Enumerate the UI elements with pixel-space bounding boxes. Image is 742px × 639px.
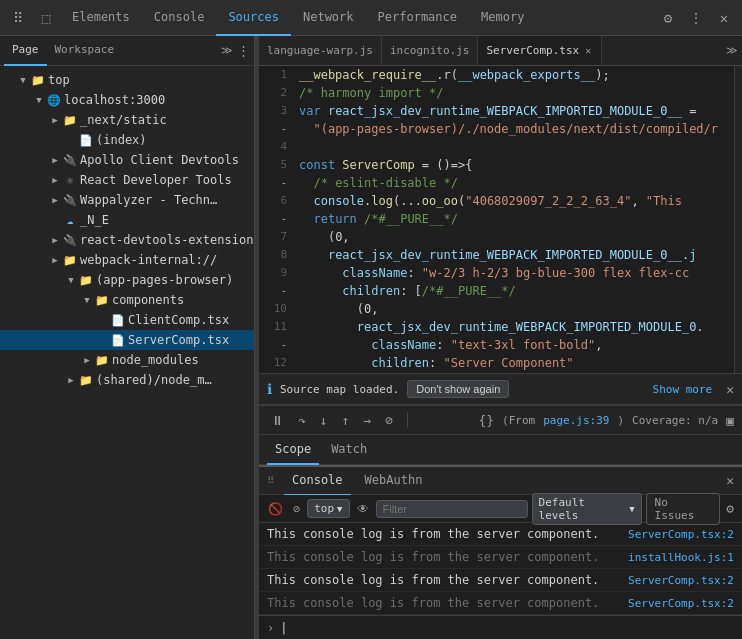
code-content: children: [/*#__PURE__*/ [299, 282, 742, 300]
tab-memory[interactable]: Memory [469, 0, 536, 36]
file-tab-servercomp[interactable]: ServerComp.tsx ✕ [478, 36, 602, 66]
tab-webauthn[interactable]: WebAuthn [357, 466, 431, 496]
message-link[interactable]: installHook.js:1 [628, 551, 734, 564]
line-number: - [259, 120, 299, 138]
clear-console-button[interactable]: 🚫 [265, 500, 286, 518]
pause-button[interactable]: ⏸ [267, 411, 288, 430]
left-dots-icon[interactable]: ⋮ [237, 43, 250, 58]
tree-arrow: ▶ [48, 153, 62, 167]
tree-item-react-devtools-ext[interactable]: ▶ 🔌 react-devtools-extensions [0, 230, 254, 250]
tab-console-bottom[interactable]: Console [284, 466, 351, 496]
tab-workspace[interactable]: Workspace [47, 36, 123, 66]
plugin-icon: ⚛ [62, 172, 78, 188]
code-line-11: 11 react_jsx_dev_runtime_WEBPACK_IMPORTE… [259, 318, 742, 336]
tree-item-top[interactable]: ▼ 📁 top [0, 70, 254, 90]
code-editor[interactable]: 1 __webpack_require__.r(__webpack_export… [259, 66, 742, 373]
folder-icon: 📁 [78, 272, 94, 288]
more-icon[interactable]: ⋮ [682, 0, 710, 36]
tree-item-webpack[interactable]: ▶ 📁 webpack-internal:// [0, 250, 254, 270]
tab-elements[interactable]: Elements [60, 0, 142, 36]
code-content: "(app-pages-browser)/./node_modules/next… [299, 120, 742, 138]
settings-icon[interactable]: ⚙ [654, 0, 682, 36]
close-console-icon[interactable]: ✕ [726, 473, 734, 488]
tab-performance[interactable]: Performance [366, 0, 469, 36]
source-link[interactable]: page.js:39 [543, 414, 609, 427]
console-cursor[interactable]: | [280, 621, 287, 635]
close-info-icon[interactable]: ✕ [726, 382, 734, 397]
dock-icon[interactable]: ⬚ [32, 0, 60, 36]
tree-item-shared-node-modules[interactable]: ▶ 📁 (shared)/node_modules [0, 370, 254, 390]
message-link[interactable]: ServerComp.tsx:2 [628, 528, 734, 541]
line-number: 10 [259, 300, 299, 318]
code-line-3b: - "(app-pages-browser)/./node_modules/ne… [259, 120, 742, 138]
globe-icon: 🌐 [46, 92, 62, 108]
tree-item-app-pages[interactable]: ▼ 📁 (app-pages-browser) [0, 270, 254, 290]
console-message-1: This console log is from the server comp… [259, 523, 742, 546]
close-tab-icon[interactable]: ✕ [583, 44, 593, 57]
tree-item-index[interactable]: 📄 (index) [0, 130, 254, 150]
tab-network[interactable]: Network [291, 0, 366, 36]
tab-page[interactable]: Page [4, 36, 47, 66]
tree-label: Wappalyzer - Technology p [80, 193, 220, 207]
scroll-bar[interactable] [734, 66, 742, 373]
tree-item-wappalyzer[interactable]: ▶ 🔌 Wappalyzer - Technology p [0, 190, 254, 210]
filter-toggle-button[interactable]: ⊘ [290, 500, 303, 518]
tree-item-apollo[interactable]: ▶ 🔌 Apollo Client Devtools [0, 150, 254, 170]
file-tab-label: ServerComp.tsx [486, 44, 579, 57]
tree-item-components[interactable]: ▼ 📁 components [0, 290, 254, 310]
tree-item-ne[interactable]: ☁ _N_E [0, 210, 254, 230]
tree-arrow: ▶ [48, 173, 62, 187]
tree-arrow-empty [96, 313, 110, 327]
console-filter-input[interactable] [376, 500, 528, 518]
step-button[interactable]: → [359, 411, 375, 430]
tree-item-servercomp[interactable]: 📄 ServerComp.tsx [0, 330, 254, 350]
info-icon: ℹ [267, 381, 272, 397]
show-more-link[interactable]: Show more [653, 383, 713, 396]
tree-item-react[interactable]: ▶ ⚛ React Developer Tools [0, 170, 254, 190]
tree-label: Apollo Client Devtools [80, 153, 239, 167]
tab-watch[interactable]: Watch [323, 435, 375, 465]
context-selector[interactable]: top ▼ [307, 499, 349, 518]
dont-show-again-button[interactable]: Don't show again [407, 380, 509, 398]
eye-icon[interactable]: 👁 [354, 500, 372, 518]
line-number: 6 [259, 192, 299, 210]
tab-scope[interactable]: Scope [267, 435, 319, 465]
line-number: 5 [259, 156, 299, 174]
tree-arrow: ▶ [48, 233, 62, 247]
code-content: react_jsx_dev_runtime_WEBPACK_IMPORTED_M… [299, 318, 742, 336]
step-over-button[interactable]: ↷ [294, 411, 310, 430]
code-content: /* harmony import */ [299, 84, 742, 102]
close-devtools-icon[interactable]: ✕ [710, 0, 738, 36]
tree-arrow-empty [64, 133, 78, 147]
levels-dropdown[interactable]: Default levels ▼ [532, 493, 642, 525]
message-link[interactable]: ServerComp.tsx:2 [628, 574, 734, 587]
devtools-icon[interactable]: ⠿ [4, 0, 32, 36]
tree-arrow-empty [96, 333, 110, 347]
coverage-icon[interactable]: ▣ [726, 413, 734, 428]
code-line-7: 7 (0, [259, 228, 742, 246]
deactivate-breakpoints-button[interactable]: ⊘ [381, 411, 397, 430]
message-link[interactable]: ServerComp.tsx:2 [628, 597, 734, 610]
tree-item-localhost[interactable]: ▼ 🌐 localhost:3000 [0, 90, 254, 110]
tree-arrow: ▼ [80, 293, 94, 307]
more-tabs-icon[interactable]: ≫ [726, 44, 738, 57]
main-layout: Page Workspace ≫ ⋮ ▼ 📁 top ▼ 🌐 localhost… [0, 36, 742, 639]
console-settings-icon[interactable]: ⚙ [724, 499, 736, 518]
pretty-print-button[interactable]: {} [478, 413, 494, 428]
file-tab-incognito[interactable]: incognito.js [382, 36, 478, 66]
code-line-3: 3 var react_jsx_dev_runtime_WEBPACK_IMPO… [259, 102, 742, 120]
tree-arrow: ▶ [48, 113, 62, 127]
tab-sources[interactable]: Sources [216, 0, 291, 36]
tree-item-next-static[interactable]: ▶ 📁 _next/static [0, 110, 254, 130]
tree-label: node_modules [112, 353, 199, 367]
left-more-icon[interactable]: ≫ [221, 44, 233, 57]
tree-item-clientcomp[interactable]: 📄 ClientComp.tsx [0, 310, 254, 330]
line-number: 3 [259, 102, 299, 120]
step-out-button[interactable]: ↑ [338, 411, 354, 430]
tree-item-node-modules[interactable]: ▶ 📁 node_modules [0, 350, 254, 370]
file-tab-language-warp[interactable]: language-warp.js [259, 36, 382, 66]
source-map-text: Source map loaded. [280, 383, 399, 396]
tab-console[interactable]: Console [142, 0, 217, 36]
folder-icon: 📁 [62, 112, 78, 128]
step-into-button[interactable]: ↓ [316, 411, 332, 430]
